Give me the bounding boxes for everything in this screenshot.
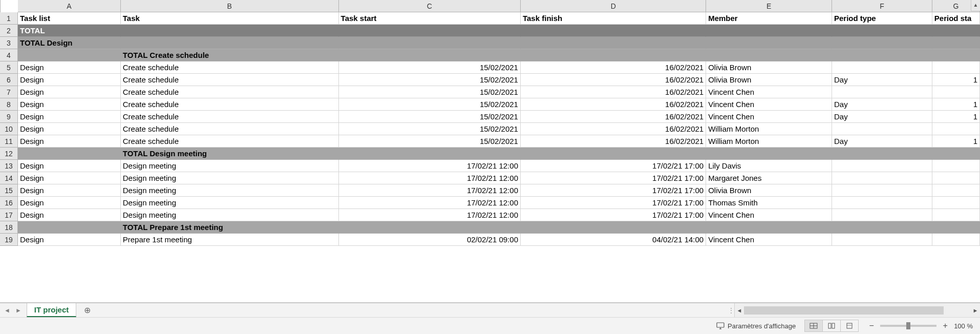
row-header-5[interactable]: 5 <box>0 61 17 74</box>
cell-A13[interactable]: Design <box>18 160 121 172</box>
cell-F13[interactable] <box>832 160 932 172</box>
cell-A14[interactable]: Design <box>18 172 121 184</box>
column-header-A[interactable]: A <box>18 0 121 12</box>
cell-E4[interactable] <box>706 49 832 61</box>
cell-G13[interactable] <box>932 160 980 172</box>
cell-E2[interactable] <box>706 25 832 37</box>
cell-E18[interactable] <box>706 221 832 234</box>
cell-D7[interactable]: 16/02/2021 <box>521 86 706 98</box>
cell-A12[interactable] <box>18 148 121 160</box>
cell-D19[interactable]: 04/02/21 14:00 <box>521 234 706 246</box>
cell-F2[interactable] <box>832 25 932 37</box>
cell-B15[interactable]: Design meeting <box>121 184 339 197</box>
row-header-16[interactable]: 16 <box>0 197 17 209</box>
cell-F16[interactable] <box>832 197 932 209</box>
cell-B8[interactable]: Create schedule <box>121 98 339 111</box>
cell-B5[interactable]: Create schedule <box>121 61 339 74</box>
cell-G17[interactable] <box>932 209 980 221</box>
row-header-6[interactable]: 6 <box>0 74 17 86</box>
cell-C11[interactable]: 15/02/2021 <box>339 135 521 148</box>
cell-E3[interactable] <box>706 37 832 49</box>
cell-G5[interactable] <box>932 61 980 74</box>
cell-C14[interactable]: 17/02/21 12:00 <box>339 172 521 184</box>
cell-E7[interactable]: Vincent Chen <box>706 86 832 98</box>
cell-D3[interactable] <box>521 37 706 49</box>
cell-D4[interactable] <box>521 49 706 61</box>
row-header-4[interactable]: 4 <box>0 49 17 61</box>
cell-G18[interactable] <box>932 221 980 234</box>
cell-F15[interactable] <box>832 184 932 197</box>
zoom-slider[interactable] <box>880 325 936 327</box>
cell-E8[interactable]: Vincent Chen <box>706 98 832 111</box>
cell-G10[interactable] <box>932 123 980 135</box>
cell-B1[interactable]: Task <box>121 12 339 25</box>
cell-F9[interactable]: Day <box>832 111 932 123</box>
zoom-in-button[interactable]: + <box>942 322 949 329</box>
cell-A17[interactable]: Design <box>18 209 121 221</box>
cell-A2[interactable]: TOTAL <box>18 25 121 37</box>
cell-F10[interactable] <box>832 123 932 135</box>
row-header-8[interactable]: 8 <box>0 98 17 111</box>
cell-A15[interactable]: Design <box>18 184 121 197</box>
zoom-level-label[interactable]: 100 % <box>954 322 973 330</box>
scroll-right-icon[interactable]: ► <box>971 307 980 314</box>
cell-E13[interactable]: Lily Davis <box>706 160 832 172</box>
cell-G11[interactable]: 1 <box>932 135 980 148</box>
cell-D16[interactable]: 17/02/21 17:00 <box>521 197 706 209</box>
cell-G4[interactable] <box>932 49 980 61</box>
column-header-E[interactable]: E <box>706 0 832 12</box>
view-normal-button[interactable] <box>804 320 823 332</box>
scroll-left-icon[interactable]: ◄ <box>735 307 744 314</box>
cell-A11[interactable]: Design <box>18 135 121 148</box>
cell-F14[interactable] <box>832 172 932 184</box>
cell-F8[interactable]: Day <box>832 98 932 111</box>
cell-B7[interactable]: Create schedule <box>121 86 339 98</box>
tab-prev-icon[interactable]: ◄ <box>4 307 10 314</box>
row-header-17[interactable]: 17 <box>0 209 17 221</box>
cell-F19[interactable] <box>832 234 932 246</box>
cell-B14[interactable]: Design meeting <box>121 172 339 184</box>
row-header-15[interactable]: 15 <box>0 184 17 197</box>
column-header-F[interactable]: F <box>832 0 932 12</box>
cell-G9[interactable]: 1 <box>932 111 980 123</box>
row-header-13[interactable]: 13 <box>0 160 17 172</box>
cell-A9[interactable]: Design <box>18 111 121 123</box>
row-header-19[interactable]: 19 <box>0 234 17 246</box>
hscroll-thumb[interactable] <box>744 306 944 315</box>
cell-E11[interactable]: William Morton <box>706 135 832 148</box>
zoom-out-button[interactable]: − <box>868 322 875 329</box>
cell-D14[interactable]: 17/02/21 17:00 <box>521 172 706 184</box>
row-header-3[interactable]: 3 <box>0 37 17 49</box>
cell-G16[interactable] <box>932 197 980 209</box>
cell-A5[interactable]: Design <box>18 61 121 74</box>
cell-G1[interactable]: Period sta <box>932 12 980 25</box>
cell-G8[interactable]: 1 <box>932 98 980 111</box>
cell-D8[interactable]: 16/02/2021 <box>521 98 706 111</box>
hscroll-track[interactable] <box>744 306 971 315</box>
cell-A1[interactable]: Task list <box>18 12 121 25</box>
cell-B4[interactable]: TOTAL Create schedule <box>121 49 339 61</box>
column-header-B[interactable]: B <box>121 0 339 12</box>
zoom-slider-handle[interactable] <box>906 322 910 329</box>
cell-C19[interactable]: 02/02/21 09:00 <box>339 234 521 246</box>
cell-A3[interactable]: TOTAL Design <box>18 37 121 49</box>
cell-E12[interactable] <box>706 148 832 160</box>
cell-E9[interactable]: Vincent Chen <box>706 111 832 123</box>
column-header-D[interactable]: D <box>521 0 706 12</box>
tab-scroll-split-icon[interactable]: ⋮ <box>728 303 734 317</box>
cell-C5[interactable]: 15/02/2021 <box>339 61 521 74</box>
cell-G14[interactable] <box>932 172 980 184</box>
cell-E6[interactable]: Olivia Brown <box>706 74 832 86</box>
cell-G12[interactable] <box>932 148 980 160</box>
cell-C12[interactable] <box>339 148 521 160</box>
cell-E14[interactable]: Margaret Jones <box>706 172 832 184</box>
row-header-18[interactable]: 18 <box>0 221 17 234</box>
row-header-11[interactable]: 11 <box>0 135 17 148</box>
cell-F1[interactable]: Period type <box>832 12 932 25</box>
cell-C18[interactable] <box>339 221 521 234</box>
cell-B2[interactable] <box>121 25 339 37</box>
cell-A16[interactable]: Design <box>18 197 121 209</box>
cell-G3[interactable] <box>932 37 980 49</box>
row-header-7[interactable]: 7 <box>0 86 17 98</box>
cell-D12[interactable] <box>521 148 706 160</box>
